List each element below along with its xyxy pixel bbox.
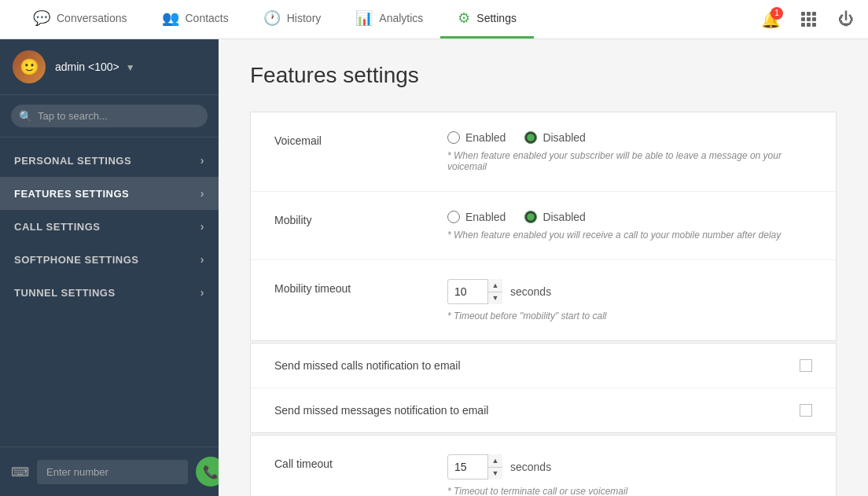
user-name-text: admin <100> (55, 61, 120, 73)
call-timeout-section: Call timeout ▲ ▼ seconds * Timeout to te… (250, 435, 837, 496)
missed-messages-label: Send missed messages notification to ema… (274, 404, 488, 417)
sidebar-item-call-settings[interactable]: Call Settings › (0, 210, 219, 243)
voicemail-label: Voicemail (274, 131, 447, 147)
mobility-disabled-label: Disabled (542, 211, 585, 223)
sidebar-item-call-settings-label: Call Settings (14, 221, 101, 233)
voicemail-control: Enabled Disabled * When feature enabled … (447, 131, 812, 172)
voicemail-enabled-label: Enabled (465, 131, 506, 144)
sidebar-item-tunnel-settings-label: Tunnel Settings (14, 287, 116, 299)
features-section: Voicemail Enabled Disabled * When featur… (250, 112, 837, 341)
sidebar-item-personal-settings[interactable]: Personal Settings › (0, 144, 219, 177)
tab-history[interactable]: 🕐 History (246, 0, 339, 39)
mobility-timeout-control: ▲ ▼ seconds * Timeout before "mobility" … (447, 279, 812, 321)
mobility-control: Enabled Disabled * When feature enabled … (447, 211, 812, 241)
chevron-right-icon-3: › (200, 220, 204, 233)
user-name[interactable]: admin <100> ▼ (55, 61, 135, 73)
call-timeout-control: ▲ ▼ seconds * Timeout to terminate call … (447, 454, 812, 496)
call-timeout-hint: * Timeout to terminate call or use voice… (447, 486, 812, 496)
sidebar-header: 🙂 admin <100> ▼ (0, 39, 219, 95)
chevron-right-icon-2: › (200, 187, 204, 200)
missed-calls-label: Send missed calls notification to email (274, 359, 461, 372)
search-field-wrapper: 🔍 (11, 105, 208, 127)
spinner-up-button[interactable]: ▲ (488, 279, 502, 292)
avatar-image: 🙂 (13, 50, 46, 83)
user-caret: ▼ (126, 62, 135, 73)
sidebar-item-personal-settings-label: Personal Settings (14, 155, 131, 167)
mobility-enabled-option[interactable]: Enabled (447, 211, 506, 223)
mobility-timeout-unit: seconds (510, 285, 551, 298)
grid-icon (801, 12, 816, 27)
sidebar-item-softphone-settings-label: Softphone Settings (14, 254, 139, 266)
mobility-row: Mobility Enabled Disabled * When feature… (251, 192, 836, 260)
sidebar-item-features-settings-label: Features Settings (14, 188, 129, 200)
grid-apps-button[interactable] (794, 6, 822, 34)
call-timeout-spinner: ▲ ▼ (447, 454, 502, 479)
voicemail-radio-group: Enabled Disabled (447, 131, 812, 144)
call-timeout-label: Call timeout (274, 454, 447, 470)
tab-conversations-label: Conversations (57, 12, 127, 24)
missed-messages-row: Send missed messages notification to ema… (251, 388, 836, 432)
call-timeout-unit: seconds (510, 461, 551, 473)
call-timeout-input-wrapper: ▲ ▼ seconds (447, 454, 812, 479)
phone-number-input[interactable] (37, 460, 188, 484)
voicemail-enabled-option[interactable]: Enabled (447, 131, 506, 144)
notification-badge: 1 (771, 7, 783, 20)
missed-calls-row: Send missed calls notification to email (251, 344, 836, 388)
mobility-disabled-radio[interactable] (524, 211, 537, 223)
tab-conversations[interactable]: 💬 Conversations (16, 0, 145, 39)
sidebar-item-features-settings[interactable]: Features Settings › (0, 177, 219, 210)
mobility-timeout-label: Mobility timeout (274, 279, 447, 295)
mobility-enabled-label: Enabled (465, 211, 506, 223)
tab-settings[interactable]: ⚙ Settings (440, 0, 534, 39)
voicemail-disabled-radio[interactable] (524, 131, 537, 144)
sidebar-item-tunnel-settings[interactable]: Tunnel Settings › (0, 276, 219, 309)
call-timeout-row: Call timeout ▲ ▼ seconds * Timeout to te… (251, 435, 836, 496)
missed-messages-checkbox[interactable] (800, 404, 812, 417)
call-timeout-up-button[interactable]: ▲ (488, 454, 502, 468)
spinner-arrows: ▲ ▼ (487, 279, 502, 304)
sidebar-search-wrapper: 🔍 (0, 95, 219, 138)
contacts-icon: 👥 (162, 9, 179, 27)
search-icon: 🔍 (19, 110, 32, 123)
top-navigation: 💬 Conversations 👥 Contacts 🕐 History 📊 A… (0, 0, 868, 39)
power-button[interactable]: ⏻ (832, 6, 860, 34)
tab-history-label: History (287, 12, 322, 24)
mobility-label: Mobility (274, 211, 447, 226)
keypad-button[interactable]: ⌨ (11, 457, 29, 486)
chevron-right-icon-4: › (200, 253, 204, 266)
sidebar: 🙂 admin <100> ▼ 🔍 Personal Settings › Fe… (0, 39, 219, 496)
tab-analytics[interactable]: 📊 Analytics (338, 0, 440, 39)
sidebar-bottom: ⌨ 📞 ▼ (0, 446, 219, 496)
chevron-right-icon-5: › (200, 286, 204, 299)
page-title: Features settings (250, 63, 837, 88)
sidebar-item-softphone-settings[interactable]: Softphone Settings › (0, 243, 219, 276)
main-layout: 🙂 admin <100> ▼ 🔍 Personal Settings › Fe… (0, 39, 868, 496)
voicemail-disabled-label: Disabled (542, 131, 585, 144)
analytics-icon: 📊 (355, 9, 373, 27)
search-input[interactable] (11, 105, 208, 127)
voicemail-disabled-option[interactable]: Disabled (524, 131, 585, 144)
tab-settings-label: Settings (476, 12, 517, 24)
mobility-disabled-option[interactable]: Disabled (524, 211, 585, 223)
voicemail-enabled-radio[interactable] (447, 131, 460, 144)
voicemail-hint: * When feature enabled your subscriber w… (447, 150, 812, 172)
chevron-right-icon: › (200, 154, 204, 167)
tab-analytics-label: Analytics (379, 12, 423, 24)
mobility-radio-group: Enabled Disabled (447, 211, 812, 223)
sidebar-menu: Personal Settings › Features Settings › … (0, 138, 219, 446)
content-area: Features settings Voicemail Enabled Disa… (219, 39, 868, 496)
mobility-timeout-spinner: ▲ ▼ (447, 279, 502, 304)
mobility-enabled-radio[interactable] (447, 211, 460, 223)
tab-contacts-label: Contacts (186, 12, 229, 24)
notifications-section: Send missed calls notification to email … (250, 343, 837, 433)
spinner-down-button[interactable]: ▼ (488, 292, 502, 305)
tab-contacts[interactable]: 👥 Contacts (145, 0, 246, 39)
settings-icon: ⚙ (458, 9, 470, 27)
missed-calls-checkbox[interactable] (800, 359, 812, 372)
mobility-timeout-hint: * Timeout before "mobility" start to cal… (447, 310, 812, 321)
voicemail-row: Voicemail Enabled Disabled * When featur… (251, 112, 836, 192)
conversations-icon: 💬 (33, 9, 50, 27)
call-timeout-down-button[interactable]: ▼ (488, 468, 502, 480)
notifications-button[interactable]: 🔔 1 (756, 6, 785, 34)
mobility-timeout-input-wrapper: ▲ ▼ seconds (447, 279, 812, 304)
